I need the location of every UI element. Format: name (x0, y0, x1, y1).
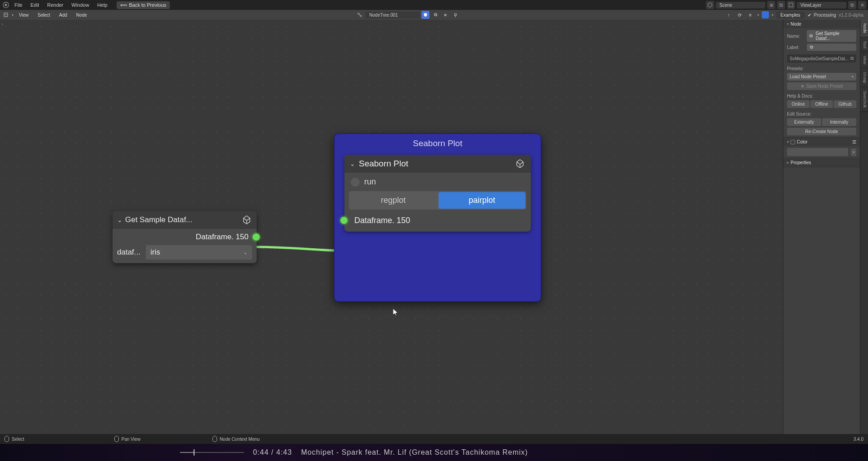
node-type-icon: ⧉ (809, 33, 814, 39)
menu-node[interactable]: Node (72, 12, 90, 18)
color-dropdown-icon[interactable]: ▾ (851, 148, 856, 156)
scene-field[interactable]: Scene (716, 2, 765, 9)
scene-icon[interactable] (706, 1, 714, 9)
properties-title: Properties (791, 160, 811, 165)
node-section-header[interactable]: ▾ Node (783, 20, 860, 28)
properties-panel: ▾ Node Name: ⧉ Get Sample Dataf... Label… (783, 20, 860, 434)
blender-logo-icon[interactable] (2, 1, 10, 9)
help-online-button[interactable]: Online (787, 100, 809, 108)
back-to-previous-button[interactable]: ⟸ Back to Previous (117, 1, 170, 9)
run-checkbox[interactable] (351, 178, 360, 187)
input-socket[interactable] (340, 216, 348, 224)
menu-select[interactable]: Select (34, 12, 54, 18)
status-bar: Select Pan View Node Context Menu 3.4.0 (0, 434, 868, 444)
name-field[interactable]: ⧉ Get Sample Dataf... (807, 30, 856, 42)
copy-viewlayer-icon[interactable]: ⧉ (848, 1, 856, 9)
color-indicator[interactable] (762, 11, 769, 18)
menu-help[interactable]: Help (94, 1, 111, 9)
examples-button[interactable]: Examples (776, 12, 805, 18)
output-socket[interactable] (252, 233, 260, 241)
tab-pairplot[interactable]: pairplot (439, 192, 525, 209)
editor-type-dropdown-icon[interactable]: ▾ (12, 13, 14, 17)
nodetree-name-field[interactable]: NodeTree.001 (366, 12, 420, 18)
collapse-icon[interactable]: ⌄ (117, 216, 122, 224)
side-tab-group[interactable]: Group (860, 68, 868, 87)
inner-node-title: Seaborn Plot (359, 159, 511, 169)
color-section-header[interactable]: ▾ Color ☰ (783, 138, 860, 146)
properties-section-header[interactable]: ▸ Properties (783, 158, 860, 167)
chevron-down-icon: ▾ (852, 75, 854, 79)
music-progress[interactable] (180, 449, 244, 456)
music-time: 0:44 / 4:43 (253, 448, 292, 457)
list-icon[interactable]: ☰ (852, 139, 856, 144)
dataframe-dropdown[interactable]: iris ⌄ (146, 245, 252, 260)
bake-dropdown-icon[interactable]: ▾ (757, 13, 759, 17)
collapse-icon[interactable]: ⌄ (350, 160, 355, 167)
menu-file[interactable]: File (11, 1, 26, 9)
menu-add[interactable]: Add (55, 12, 71, 18)
pin-icon[interactable]: ⚲ (451, 11, 459, 19)
copy-scene-icon[interactable]: ⧉ (777, 1, 785, 9)
edit-internally-button[interactable]: Internally (822, 118, 856, 126)
nodetree-icon[interactable] (356, 11, 364, 19)
chevron-right-icon: ▸ (787, 161, 789, 165)
node-get-sample-dataframe[interactable]: ⌄ Get Sample Dataf... Dataframe. 150 dat… (113, 211, 257, 263)
color-dropdown-icon[interactable]: ▾ (772, 13, 773, 17)
side-tab-sverchok[interactable]: Sverchok (860, 87, 868, 112)
duplicate-nodetree-icon[interactable]: ⧉ (431, 11, 439, 19)
copy-id-icon[interactable]: ⧉ (850, 56, 854, 61)
refresh-icon[interactable]: ⟳ (736, 11, 744, 19)
svg-point-3 (358, 13, 359, 14)
node-id-value: SvMegapolisGetSampleDat... (790, 56, 849, 61)
edit-externally-button[interactable]: Externally (787, 118, 821, 126)
close-viewlayer-icon[interactable]: ✕ (858, 1, 866, 9)
property-label: dataf... (117, 248, 141, 257)
side-tab-tool[interactable]: Tool (860, 37, 868, 53)
menu-edit[interactable]: Edit (27, 1, 43, 9)
sverchok-node-icon (515, 158, 525, 169)
viewlayer-field[interactable]: ViewLayer (797, 2, 846, 9)
node-header[interactable]: ⌄ Get Sample Dataf... (113, 211, 257, 229)
mouse-cursor (393, 309, 398, 317)
color-checkbox[interactable] (791, 140, 795, 144)
label-field[interactable]: ⧉ (807, 44, 856, 51)
tab-regplot[interactable]: regplot (350, 192, 437, 209)
node-canvas[interactable]: › ⌄ Get Sample Dataf... Dataframe. 150 d… (0, 20, 783, 434)
side-tab-node[interactable]: Node (860, 20, 868, 37)
color-swatch[interactable] (787, 148, 848, 156)
viewlayer-icon[interactable] (787, 1, 795, 9)
inner-node-header[interactable]: ⌄ Seaborn Plot (344, 155, 531, 173)
run-label: run (364, 177, 376, 187)
save-preset-button[interactable]: ★ Save Node Preset (787, 82, 856, 90)
name-value: Get Sample Dataf... (816, 31, 854, 41)
breadcrumb-icon: › (2, 22, 3, 27)
version-label: v1.2.0-alpha (839, 13, 863, 18)
side-tab-view[interactable]: View (860, 52, 868, 68)
pin-scene-icon[interactable]: ⊕ (767, 1, 775, 9)
menu-view[interactable]: View (15, 12, 32, 18)
name-label: Name: (787, 34, 805, 39)
help-github-button[interactable]: Github (834, 100, 856, 108)
blender-version: 3.4.0 (854, 437, 863, 442)
recreate-node-button[interactable]: Re-Create Node (787, 128, 856, 135)
node-editor-header: ▾ View Select Add Node NodeTree.001 ⧉ ✕ … (0, 10, 868, 20)
node-id-row[interactable]: SvMegapolisGetSampleDat... ⧉ (787, 54, 856, 63)
shield-icon[interactable] (421, 11, 429, 19)
menu-render[interactable]: Render (44, 1, 67, 9)
unlink-nodetree-icon[interactable]: ✕ (441, 11, 449, 19)
label-icon: ⧉ (809, 45, 814, 50)
menu-window[interactable]: Window (68, 1, 93, 9)
node-title: Get Sample Dataf... (125, 215, 239, 224)
load-preset-dropdown[interactable]: Load Node Preset ▾ (787, 73, 856, 81)
star-icon: ★ (800, 84, 805, 89)
edit-source-label: Edit Source: (787, 112, 856, 116)
help-offline-button[interactable]: Offline (810, 100, 833, 108)
frame-seaborn-plot[interactable]: Seaborn Plot ⌄ Seaborn Plot run regplot (334, 134, 541, 302)
topbar: File Edit Render Window Help ⟸ Back to P… (0, 0, 868, 10)
arrow-up-icon[interactable]: ↑ (725, 11, 733, 19)
editor-type-icon[interactable] (2, 11, 10, 19)
label-label: Label: (787, 45, 805, 50)
bake-icon[interactable]: ≡ (746, 11, 755, 19)
node-seaborn-plot[interactable]: ⌄ Seaborn Plot run regplot pairplot (344, 155, 531, 232)
input-label: Dataframe. 150 (354, 216, 410, 225)
